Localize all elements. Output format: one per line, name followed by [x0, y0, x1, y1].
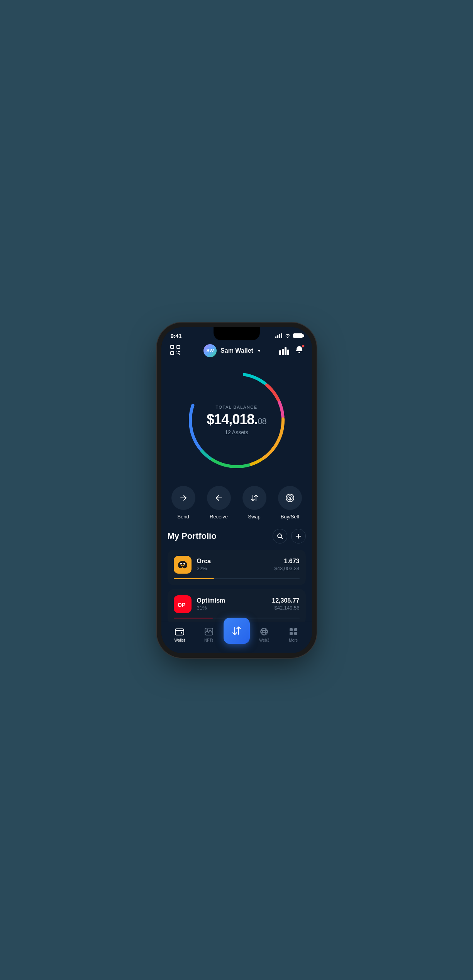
svg-line-6: [178, 353, 180, 355]
balance-ring: TOTAL BALANCE $14,018.08 12 Assets: [183, 366, 291, 474]
wallet-selector[interactable]: SW Sam Wallet ▾: [203, 344, 260, 357]
svg-point-32: [181, 632, 182, 634]
svg-rect-9: [285, 347, 287, 355]
svg-rect-8: [282, 349, 284, 355]
svg-point-24: [278, 534, 281, 538]
phone-screen: 9:41: [161, 327, 312, 653]
notifications-wrapper: [295, 345, 304, 356]
header-right: [279, 345, 304, 356]
send-label: Send: [177, 514, 189, 520]
chevron-down-icon: ▾: [258, 348, 260, 353]
wifi-icon: [285, 333, 291, 338]
svg-point-28: [180, 563, 182, 564]
orca-progress-bar: [174, 578, 300, 579]
balance-amount: $14,018.08: [207, 412, 266, 427]
nfts-nav-label: NFTs: [204, 638, 213, 642]
balance-section: TOTAL BALANCE $14,018.08 12 Assets: [161, 362, 312, 482]
web3-nav-icon: [259, 627, 269, 636]
svg-text:$: $: [288, 496, 291, 500]
optimism-values: 12,305.77 $42,149.56: [272, 597, 299, 611]
svg-rect-42: [294, 632, 297, 635]
notch: [214, 327, 260, 340]
svg-rect-31: [175, 629, 184, 635]
orca-amount: 1.673: [274, 558, 299, 565]
svg-rect-0: [171, 345, 174, 348]
portfolio-section: My Portfolio: [161, 529, 312, 622]
optimism-amount: 12,305.77: [272, 597, 299, 604]
signal-icon: [275, 333, 282, 338]
optimism-pct: 31%: [197, 605, 267, 611]
assets-count: 12 Assets: [207, 429, 266, 435]
swap-center-button[interactable]: [224, 618, 250, 644]
chart-icon[interactable]: [279, 346, 289, 355]
battery-icon: [293, 333, 303, 338]
svg-text:OP: OP: [178, 602, 185, 608]
svg-rect-41: [290, 632, 293, 635]
orca-values: 1.673 $43,003.34: [274, 558, 299, 571]
swap-center-icon: [231, 625, 242, 636]
optimism-name: Optimism: [197, 597, 267, 604]
asset-card-orca[interactable]: Orca 32% 1.673 $43,003.34: [168, 550, 306, 585]
svg-rect-2: [171, 352, 174, 355]
svg-rect-10: [287, 350, 289, 355]
nav-more[interactable]: More: [279, 627, 308, 642]
balance-label: TOTAL BALANCE: [207, 405, 266, 409]
avatar: SW: [203, 344, 217, 357]
svg-point-29: [183, 563, 185, 564]
nfts-nav-icon: [204, 627, 214, 636]
add-asset-button[interactable]: [291, 529, 306, 544]
nav-nfts[interactable]: NFTs: [194, 627, 224, 642]
asset-card-optimism[interactable]: OP Optimism 31% 12,305.77 $42,149.56: [168, 589, 306, 622]
more-nav-icon: [289, 627, 298, 636]
web3-nav-label: Web3: [259, 638, 269, 642]
portfolio-actions: [273, 529, 306, 544]
nav-center-item: [224, 625, 250, 644]
svg-point-36: [263, 628, 266, 635]
svg-line-25: [281, 537, 283, 539]
receive-button[interactable]: Receive: [207, 486, 231, 520]
portfolio-title: My Portfolio: [168, 531, 217, 541]
orca-name: Orca: [197, 558, 269, 565]
optimism-info: Optimism 31%: [197, 597, 267, 611]
status-time: 9:41: [171, 333, 182, 339]
more-nav-label: More: [289, 638, 298, 642]
portfolio-header: My Portfolio: [168, 529, 306, 544]
optimism-usd: $42,149.56: [272, 605, 299, 611]
header-left: [169, 344, 185, 358]
svg-rect-1: [177, 345, 180, 348]
receive-label: Receive: [210, 514, 228, 520]
svg-rect-7: [279, 350, 281, 355]
orca-icon: [174, 556, 192, 574]
svg-rect-39: [290, 628, 293, 631]
status-icons: [275, 333, 303, 338]
wallet-nav-icon: [175, 627, 184, 636]
action-buttons: Send Receive: [161, 482, 312, 529]
search-button[interactable]: [273, 529, 287, 544]
orca-pct: 32%: [197, 566, 269, 571]
swap-label: Swap: [248, 514, 261, 520]
wallet-nav-label: Wallet: [175, 638, 185, 642]
phone-frame: 9:41: [161, 327, 312, 653]
app-header: SW Sam Wallet ▾: [161, 341, 312, 362]
notification-badge: [302, 345, 305, 348]
svg-point-35: [261, 628, 268, 635]
nav-wallet[interactable]: Wallet: [165, 627, 195, 642]
optimism-icon: OP: [174, 595, 192, 613]
orca-usd: $43,003.34: [274, 566, 299, 571]
buysell-label: Buy/Sell: [281, 514, 299, 520]
swap-button[interactable]: Swap: [242, 486, 266, 520]
svg-point-34: [207, 629, 208, 631]
balance-info: TOTAL BALANCE $14,018.08 12 Assets: [207, 405, 266, 436]
wallet-name: Sam Wallet: [220, 347, 253, 354]
send-button[interactable]: Send: [171, 486, 195, 520]
nav-web3[interactable]: Web3: [250, 627, 279, 642]
bottom-nav: Wallet NFTs: [161, 622, 312, 653]
buysell-button[interactable]: $ Buy/Sell: [278, 486, 302, 520]
scan-icon[interactable]: [169, 344, 181, 356]
svg-rect-40: [294, 628, 297, 631]
orca-info: Orca 32%: [197, 558, 269, 571]
